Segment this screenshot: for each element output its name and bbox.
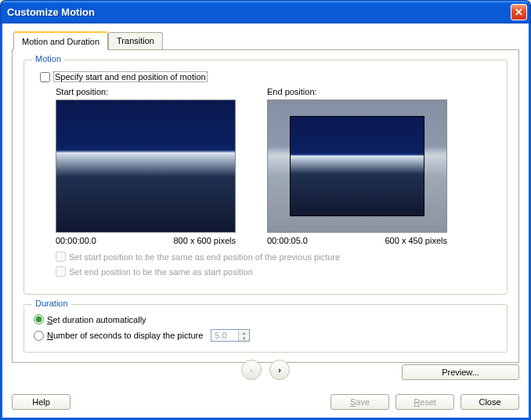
help-label: Help (32, 397, 50, 407)
tab-strip: Motion and Duration Transition (13, 31, 519, 50)
start-same-row: Set start position to be the same as end… (56, 252, 497, 262)
prev-button: ‹ (241, 360, 262, 380)
tab-transition[interactable]: Transition (108, 32, 163, 51)
start-info: 00:00:00.0 800 x 600 pixels (56, 236, 236, 245)
end-position-label: End position: (267, 87, 463, 96)
end-same-row: Set end position to be the same as start… (56, 266, 497, 277)
end-same-checkbox (56, 266, 66, 277)
start-time: 00:00:00.0 (56, 236, 96, 245)
radio-auto-label: Set duration automatically (47, 315, 146, 324)
end-size: 600 x 450 pixels (385, 236, 448, 245)
start-size: 800 x 600 pixels (174, 236, 237, 245)
tab-panel: Motion Specify start and end position of… (12, 49, 519, 363)
start-thumbnail (56, 100, 236, 233)
end-time: 00:00:05.0 (267, 236, 308, 245)
spinner-down-icon[interactable]: ▼ (238, 335, 249, 341)
spinner-up-icon[interactable]: ▲ (238, 330, 249, 335)
close-button[interactable]: Close (461, 394, 519, 410)
end-same-label: Set end position to be the same as start… (69, 267, 253, 277)
window-title: Customize Motion (7, 6, 511, 18)
close-icon[interactable]: ✕ (511, 4, 527, 20)
next-button[interactable]: › (269, 360, 290, 380)
specify-label: Specify start and end position of motion (53, 71, 208, 82)
save-button: Save (331, 394, 389, 410)
radio-auto[interactable] (34, 314, 44, 324)
reset-u: R (414, 397, 420, 407)
seconds-spinner[interactable]: 5.0 ▲ ▼ (211, 329, 250, 342)
radio-auto-row: Set duration automatically (34, 314, 497, 324)
duration-legend: Duration (32, 299, 71, 308)
preview-button[interactable]: Preview... (402, 364, 519, 380)
end-thumbnail (267, 100, 447, 233)
radio-seconds-label: Number of seconds to display the picture (47, 331, 203, 340)
save-rest: ave (356, 397, 370, 407)
help-button[interactable]: Help (12, 394, 70, 410)
end-position-col: End position: 00:00:05.0 600 x 450 pixel… (267, 87, 463, 245)
radio-seconds[interactable] (34, 331, 44, 341)
start-same-checkbox (56, 252, 66, 262)
sub-checks: Set start position to be the same as end… (56, 252, 497, 277)
reset-button: Reset (396, 394, 454, 410)
dialog-body: Motion and Duration Transition Motion Sp… (0, 24, 531, 420)
titlebar: Customize Motion ✕ (0, 0, 531, 24)
positions-row: Start position: 00:00:00.0 800 x 600 pix… (56, 87, 497, 245)
start-position-col: Start position: 00:00:00.0 800 x 600 pix… (56, 87, 251, 245)
specify-checkbox[interactable] (40, 72, 50, 82)
chevron-right-icon: › (278, 365, 281, 375)
end-thumbnail-inner (290, 116, 424, 216)
end-info: 00:00:05.0 600 x 450 pixels (267, 236, 447, 245)
nav-buttons: ‹ › (241, 360, 290, 380)
motion-fieldset: Motion Specify start and end position of… (23, 60, 508, 295)
radio-seconds-row: Number of seconds to display the picture… (34, 329, 497, 342)
preview-label: Preview... (442, 368, 479, 377)
reset-rest: eset (420, 397, 436, 407)
motion-legend: Motion (32, 54, 64, 63)
duration-fieldset: Duration Set duration automatically Numb… (23, 304, 508, 353)
close-label: Close (479, 397, 500, 407)
tab-motion-duration[interactable]: Motion and Duration (13, 31, 108, 50)
chevron-left-icon: ‹ (250, 365, 253, 375)
start-same-label: Set start position to be the same as end… (69, 252, 340, 262)
bottom-buttons: Help Save Reset Close (12, 394, 519, 410)
specify-row: Specify start and end position of motion (40, 71, 497, 82)
start-position-label: Start position: (56, 87, 251, 96)
